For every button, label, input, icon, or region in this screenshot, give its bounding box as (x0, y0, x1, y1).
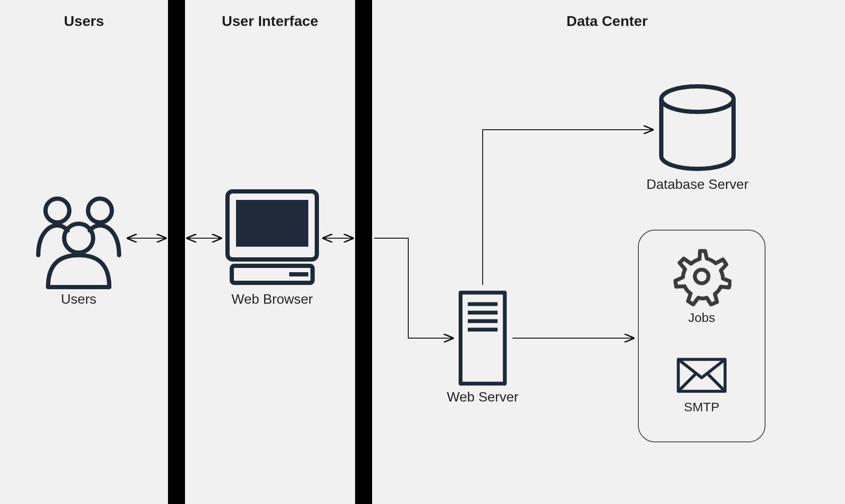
svg-rect-4 (236, 200, 308, 247)
database-server-label: Database Server (638, 177, 757, 192)
database-icon (657, 83, 738, 172)
smtp-label: SMTP (670, 400, 734, 414)
svg-point-0 (46, 199, 69, 222)
web-server-label: Web Server (432, 389, 534, 405)
svg-rect-7 (461, 293, 505, 384)
computer-icon (223, 187, 321, 287)
gear-icon (672, 247, 731, 306)
architecture-diagram: Users User Interface Data Center Users (0, 0, 845, 504)
divider-2 (355, 0, 372, 504)
section-header-data-center: Data Center (372, 13, 842, 29)
jobs-label: Jobs (670, 310, 734, 325)
envelope-icon (676, 357, 727, 393)
section-header-ui: User Interface (185, 13, 355, 29)
users-icon (32, 191, 125, 289)
svg-point-1 (88, 199, 112, 222)
users-label: Users (32, 291, 125, 307)
section-header-users: Users (0, 13, 168, 29)
svg-point-13 (695, 270, 708, 283)
divider-1 (168, 0, 185, 504)
server-icon (457, 289, 508, 387)
svg-point-12 (661, 86, 734, 112)
connector-webserver-db (483, 130, 653, 285)
web-browser-label: Web Browser (213, 291, 332, 307)
svg-point-2 (64, 224, 93, 253)
svg-rect-6 (289, 272, 308, 276)
connector-dc-webserver (374, 238, 453, 338)
